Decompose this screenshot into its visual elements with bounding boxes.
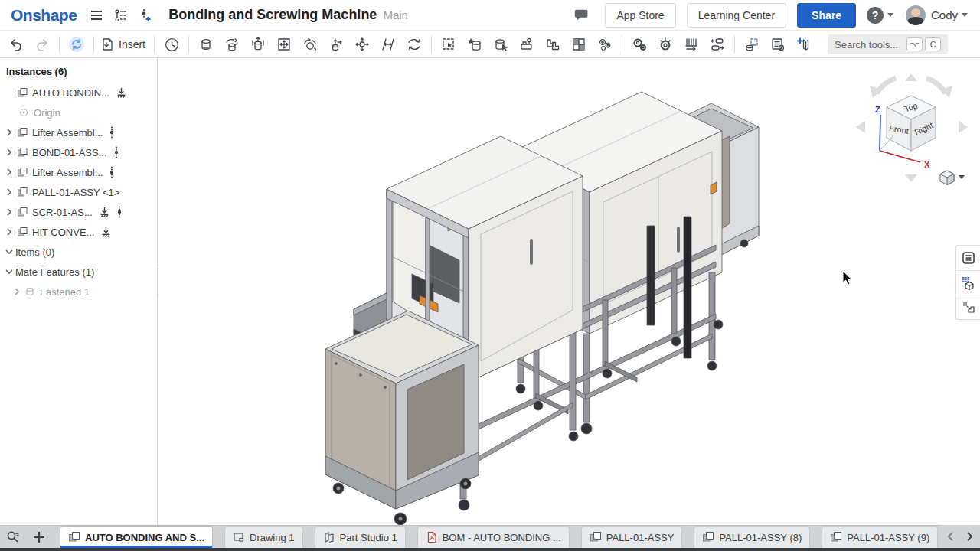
origin-row[interactable]: Origin [0, 103, 157, 122]
share-button[interactable]: Share [797, 3, 856, 28]
rack-pinion-button[interactable] [678, 34, 704, 55]
main-menu-button[interactable] [87, 5, 106, 25]
fastened-mate-icon [198, 37, 214, 52]
mate-feature-row[interactable]: Fastened 1 [0, 282, 157, 302]
pattern-icon [571, 37, 586, 52]
replicate-button[interactable] [704, 34, 730, 55]
right-panel-flyout [956, 245, 980, 320]
assembly-instance-icon [15, 86, 29, 99]
collapse-chevron-icon[interactable] [3, 266, 15, 278]
configurations-panel-button[interactable] [956, 270, 980, 295]
pattern-button[interactable] [566, 34, 592, 55]
ball-mate-icon [302, 37, 318, 52]
versions-history-button[interactable] [111, 5, 131, 25]
slider-mate-button[interactable] [245, 34, 271, 55]
redo-button[interactable] [29, 34, 55, 55]
instance-row[interactable]: PALL-01-ASSY <1> [0, 182, 157, 202]
tab-assembly-auto-bonding[interactable]: AUTO BONDING AND S... [60, 526, 213, 548]
create-tab-button[interactable] [26, 526, 52, 548]
workspace-name[interactable]: Main [383, 8, 408, 21]
instance-row[interactable]: SCR-01-AS... [0, 202, 157, 222]
insert-button[interactable]: Insert [98, 34, 150, 55]
bom-button[interactable] [765, 34, 791, 55]
mate-connector-button[interactable] [401, 34, 427, 55]
bom-table-panel-button[interactable] [956, 246, 980, 270]
assembly-instance-icon [15, 226, 29, 238]
pdf-tab-icon [426, 531, 438, 543]
tab-scroll-right-button[interactable] [965, 531, 974, 542]
onshape-logo[interactable]: Onshape [11, 6, 77, 24]
instance-row[interactable]: Lifter Assembl... [0, 122, 157, 142]
group-parts-icon [545, 37, 560, 52]
items-section-header[interactable]: Items (0) [0, 242, 157, 262]
group-button[interactable] [540, 34, 566, 55]
shortcut-key-alt: ⌥ [906, 37, 923, 51]
parallel-mate-button[interactable] [375, 34, 401, 55]
tab-drawing-1[interactable]: Drawing 1 [224, 526, 303, 548]
frame-icon [796, 37, 812, 52]
history-button[interactable] [158, 34, 185, 55]
search-tabs-button[interactable] [0, 526, 26, 548]
assembly-instance-icon [15, 126, 29, 139]
tab-scroll-left-button[interactable] [946, 531, 955, 542]
comments-button[interactable] [572, 5, 592, 25]
fastened-mate-button[interactable] [193, 34, 219, 55]
tab-pall-01-assy-9[interactable]: PALL-01-ASSY (9) [822, 526, 938, 548]
redo-icon [34, 37, 50, 52]
expand-chevron-icon[interactable] [11, 285, 23, 298]
collapse-chevron-icon[interactable] [3, 246, 15, 258]
tab-bom-pdf[interactable]: BOM - AUTO BONDING ... [417, 526, 570, 548]
assembly-instance-icon [15, 166, 29, 178]
sync-button[interactable] [64, 34, 90, 55]
tab-pall-01-assy-8[interactable]: PALL-01-ASSY (8) [694, 526, 810, 548]
gear-relation-button[interactable] [626, 34, 652, 55]
document-tab-bar: AUTO BONDING AND S... Drawing 1 Part Stu… [0, 525, 980, 548]
instance-row[interactable]: BOND-01-ASS... [0, 142, 157, 162]
relations-button[interactable] [592, 34, 618, 55]
select-region-icon [441, 37, 456, 52]
named-positions-panel-button[interactable] [956, 295, 980, 319]
tab-pall-01-assy[interactable]: PALL-01-ASSY [581, 526, 683, 548]
instance-row[interactable]: Lifter Assembl... [0, 162, 157, 182]
view-cube[interactable]: Top Front Right Z X Y [842, 66, 980, 204]
instances-header: Instances (6) [0, 63, 157, 83]
frame-button[interactable] [791, 34, 817, 55]
mate-connector-icon [407, 37, 422, 52]
insert-feature-button[interactable] [462, 34, 488, 55]
app-store-button[interactable]: App Store [605, 3, 675, 28]
instance-row[interactable]: HIT CONVE... [0, 222, 157, 242]
cylindrical-mate-button[interactable] [349, 34, 375, 55]
planar-mate-button[interactable] [271, 34, 297, 55]
named-positions-button[interactable] [514, 34, 540, 55]
graphics-area[interactable]: Top Front Right Z X Y [158, 58, 980, 525]
exploded-view-button[interactable] [739, 34, 765, 55]
expand-chevron-icon[interactable] [3, 186, 15, 198]
user-avatar[interactable] [906, 5, 926, 25]
ball-mate-button[interactable] [297, 34, 323, 55]
expand-chevron-icon[interactable] [3, 166, 15, 178]
user-name[interactable]: Cody [931, 8, 958, 21]
pin-slot-mate-button[interactable] [323, 34, 349, 55]
expand-chevron-icon[interactable] [3, 126, 15, 139]
document-title: Bonding and Screwing Machine [168, 7, 377, 23]
assembly-instance-icon [15, 206, 29, 218]
expand-chevron-icon[interactable] [3, 226, 15, 238]
part-studio-tab-icon [323, 531, 335, 543]
learning-center-button[interactable]: Learning Center [687, 3, 786, 28]
create-version-button[interactable] [136, 5, 155, 25]
revolute-mate-button[interactable] [219, 34, 245, 55]
transform-button[interactable] [488, 34, 514, 55]
mate-features-section-header[interactable]: Mate Features (1) [0, 262, 157, 282]
instance-row-root[interactable]: AUTO BONDIN... [0, 83, 157, 103]
undo-button[interactable] [3, 34, 29, 55]
expand-chevron-icon[interactable] [3, 206, 15, 218]
screw-relation-button[interactable] [652, 34, 678, 55]
select-region-button[interactable] [436, 34, 462, 55]
expand-chevron-icon[interactable] [3, 146, 15, 158]
star-part-icon [467, 37, 482, 52]
search-tools-field[interactable]: Search tools... ⌥ C [828, 34, 948, 54]
gear-star-icon [658, 37, 673, 52]
tab-part-studio-1[interactable]: Part Studio 1 [315, 526, 406, 548]
help-menu-button[interactable]: ? [867, 7, 893, 24]
view-options-button[interactable] [940, 171, 965, 185]
